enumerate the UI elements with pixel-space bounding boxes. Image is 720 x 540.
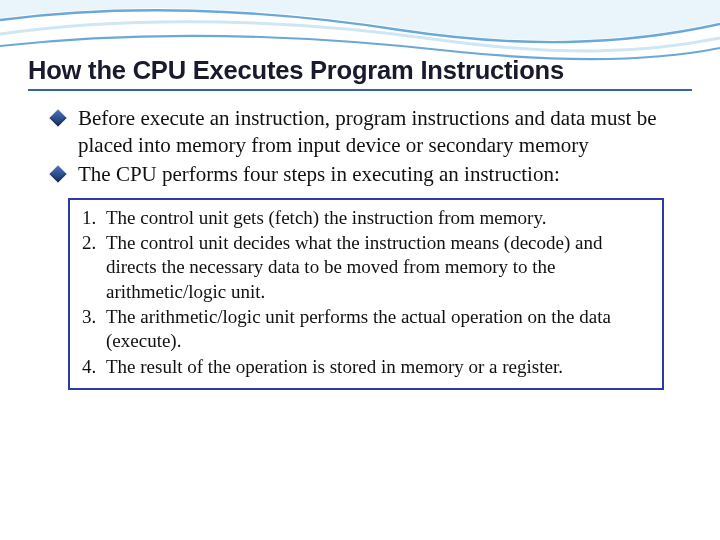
step-item: The result of the operation is stored in… <box>82 355 652 379</box>
bullet-list: Before execute an instruction, program i… <box>28 105 692 188</box>
bullet-item: The CPU performs four steps in executing… <box>56 161 692 188</box>
steps-list: The control unit gets (fetch) the instru… <box>82 206 652 379</box>
steps-box: The control unit gets (fetch) the instru… <box>68 198 664 390</box>
bullet-item: Before execute an instruction, program i… <box>56 105 692 159</box>
step-item: The control unit decides what the instru… <box>82 231 652 304</box>
step-item: The arithmetic/logic unit performs the a… <box>82 305 652 354</box>
step-item: The control unit gets (fetch) the instru… <box>82 206 652 230</box>
slide-content: How the CPU Executes Program Instruction… <box>0 0 720 390</box>
slide-title: How the CPU Executes Program Instruction… <box>28 56 692 91</box>
